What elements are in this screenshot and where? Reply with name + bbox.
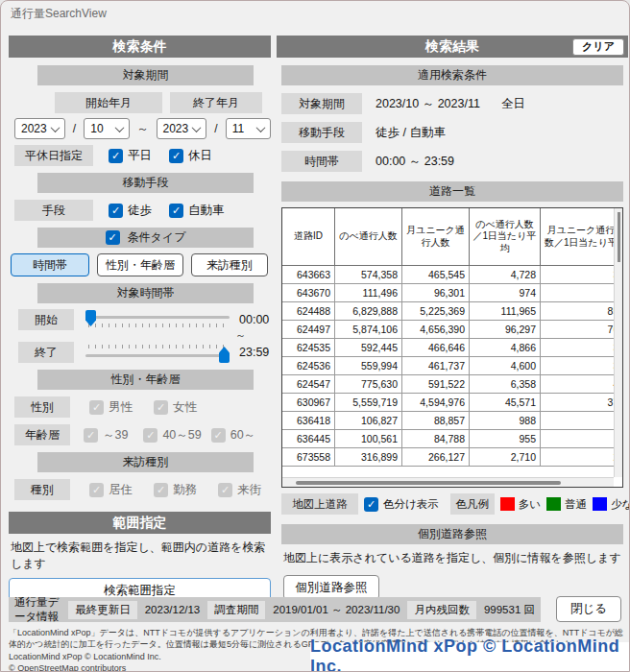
table-row[interactable]: 636445100,56184,7889558 (282, 430, 614, 448)
age-40-59-checkbox: ✓ (143, 428, 158, 443)
gender-label: 性別 (14, 396, 70, 418)
individual-road-description: 地図上に表示されている道路を指定し、個別に情報を参照します (283, 550, 628, 566)
table-row[interactable]: 636418106,82788,8579888 (282, 412, 614, 430)
applied-transport-value: 徒歩 / 自動車 (376, 125, 446, 141)
weekday-checkbox[interactable]: ✓ (109, 149, 123, 163)
target-time-header: 対象時間帯 (37, 283, 254, 303)
end-month-select[interactable]: 11 (226, 118, 271, 139)
table-cell: 4,728 (470, 266, 541, 283)
table-cell: 316,899 (335, 448, 402, 466)
car-label: 自動車 (188, 203, 225, 219)
remaining-count-label: 月内残回数 (407, 601, 476, 619)
date-slash: / (210, 122, 221, 135)
start-time-slider[interactable] (85, 308, 230, 331)
slider-track[interactable] (85, 354, 230, 357)
locationmind-logo: LocationMind xPop © LocationMind Inc. (310, 642, 629, 671)
table-cell: 8 (541, 284, 614, 301)
tab-time-range[interactable]: 時間帯 (11, 253, 89, 276)
table-cell: 624497 (282, 321, 335, 338)
legend-many-swatch (500, 497, 515, 511)
table-row[interactable]: 6244975,874,1064,656,39096,29776,3 (282, 321, 614, 339)
table-row[interactable]: 673558316,899266,1272,7102,2 (282, 448, 614, 467)
table-cell: 100,561 (335, 430, 402, 447)
walk-checkbox[interactable]: ✓ (109, 204, 123, 218)
vertical-scrollbar[interactable] (614, 208, 622, 477)
worker-label: 勤務 (173, 482, 197, 498)
car-checkbox[interactable]: ✓ (169, 204, 183, 218)
search-results-header: 検索結果 クリア (277, 36, 628, 58)
age-under39-label: ～39 (103, 427, 128, 444)
table-row[interactable]: 643663574,358465,5454,7283,8 (282, 266, 614, 284)
table-row[interactable]: 6309675,559,7194,594,97645,57137,6 (282, 394, 614, 412)
search-results-title: 検索結果 (425, 38, 479, 56)
worker-checkbox: ✓ (154, 483, 168, 497)
individual-road-header: 個別道路参照 (281, 524, 623, 544)
visit-type-title: 来訪種別 (123, 454, 169, 470)
column-header-daily-average[interactable]: のべ通行人数／1日当たり平均 (470, 208, 541, 265)
search-conditions-title: 検索条件 (113, 38, 167, 56)
logo-text: LocationMind xPop © LocationMind Inc. (310, 636, 629, 672)
table-cell: 466,646 (402, 339, 470, 356)
table-row[interactable]: 624536559,994461,7374,6003,7 (282, 357, 614, 375)
table-cell: 84,788 (402, 430, 470, 447)
age-40-59-label: 40～59 (162, 427, 201, 444)
table-cell: 6,358 (470, 375, 541, 393)
start-yearmonth-label: 開始年月 (55, 92, 162, 113)
date-slash: / (69, 122, 80, 135)
survey-period-value: 2019/01/01 ～ 2023/11/30 (273, 603, 400, 617)
legend-many-label: 多い (519, 497, 541, 512)
condition-type-checkbox[interactable]: ✓ (106, 230, 120, 245)
start-month-value: 10 (90, 122, 103, 135)
color-display-checkbox[interactable]: ✓ (364, 497, 378, 512)
horizontal-scrollbar-thumb[interactable] (296, 481, 561, 485)
tab-visit-type[interactable]: 来訪種別 (191, 253, 268, 276)
table-cell: 636445 (282, 430, 335, 447)
visitor-label: 来街 (237, 482, 261, 498)
legend-normal-swatch (546, 497, 561, 511)
vertical-scrollbar-thumb[interactable] (618, 212, 620, 262)
table-row[interactable]: 624535592,445466,6464,8663,8 (282, 339, 614, 357)
applied-period-label: 対象期間 (281, 93, 362, 114)
table-cell: 988 (470, 412, 541, 429)
chevron-down-icon (50, 123, 60, 132)
column-header-road-id[interactable]: 道路ID (282, 208, 335, 265)
start-year-select[interactable]: 2023 (14, 118, 65, 139)
end-time-slider-thumb[interactable] (219, 347, 230, 363)
holiday-spec-label: 平休日指定 (14, 145, 93, 166)
tab-gender-age[interactable]: 性別・年齢層 (97, 253, 183, 276)
column-header-total-traffic[interactable]: のべ通行人数 (335, 208, 402, 265)
app-window: 通行量SearchView 検索条件 対象期間 開始年月 終了年月 2023 /… (0, 0, 630, 672)
target-period-title: 対象期間 (123, 67, 169, 84)
slider-ticks (88, 324, 227, 327)
data-info-label: 通行量データ情報 (14, 595, 61, 624)
period-tilde: ～ (133, 121, 153, 137)
start-time-value: 00:00 (239, 313, 269, 326)
holiday-checkbox[interactable]: ✓ (169, 149, 183, 163)
table-row[interactable]: 643670111,49696,3019748 (282, 284, 614, 302)
legend-few-label: 少ない (611, 497, 630, 512)
table-cell: 673558 (282, 448, 335, 466)
table-row[interactable]: 624547775,630591,5226,3584,8 (282, 375, 614, 394)
column-header-monthly-unique[interactable]: 月ユニーク通行人数 (402, 208, 470, 265)
end-year-value: 2023 (163, 122, 189, 135)
end-time-slider[interactable] (85, 341, 230, 364)
end-year-select[interactable]: 2023 (157, 118, 207, 139)
table-row[interactable]: 6244886,829,8885,225,369111,96585,6 (282, 302, 614, 321)
start-month-select[interactable]: 10 (84, 118, 129, 139)
close-button[interactable]: 閉じる (556, 596, 621, 622)
road-table-inner: 道路ID のべ通行人数 月ユニーク通行人数 のべ通行人数／1日当たり平均 月ユニ… (282, 208, 614, 477)
road-list-title: 道路一覧 (429, 183, 475, 200)
age-under39-checkbox: ✓ (84, 428, 98, 443)
age-over60-checkbox: ✓ (211, 428, 226, 443)
clear-button[interactable]: クリア (572, 38, 624, 56)
age-group-label: 年齢層 (14, 424, 70, 445)
horizontal-scrollbar[interactable] (282, 477, 614, 487)
visitor-checkbox: ✓ (218, 483, 232, 497)
map-roads-label: 地図上道路 (281, 493, 358, 515)
column-header-unique-daily-average[interactable]: 月ユニーク通行人数／1日当たり平均 (541, 208, 614, 265)
table-cell: 643670 (282, 284, 335, 301)
table-cell: 37,6 (541, 394, 614, 411)
male-checkbox: ✓ (89, 400, 104, 415)
table-cell: 461,737 (402, 357, 470, 374)
slider-track[interactable] (85, 316, 230, 319)
